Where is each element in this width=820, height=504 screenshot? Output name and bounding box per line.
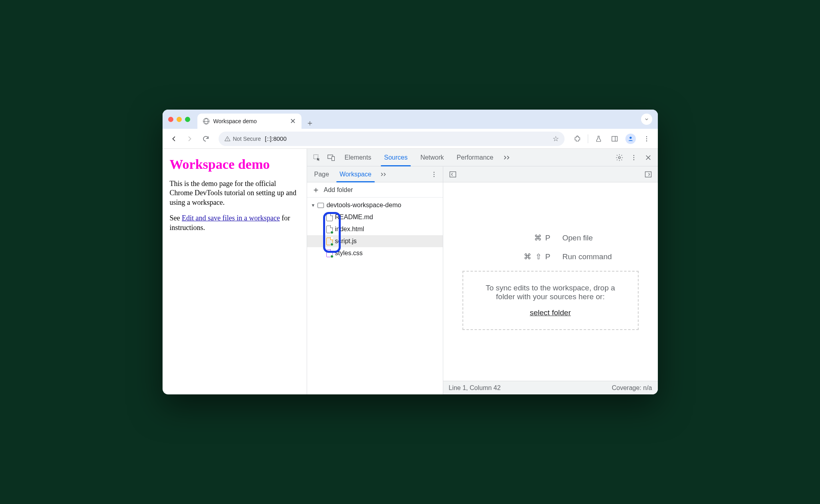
tree-file-script[interactable]: script.js: [307, 235, 443, 247]
tree-file-readme[interactable]: README.md: [307, 211, 443, 223]
tab-network[interactable]: Network: [415, 149, 450, 166]
subtab-workspace[interactable]: Workspace: [335, 166, 376, 182]
avatar: [625, 134, 636, 144]
workspace-dropzone[interactable]: To sync edits to the workspace, drop a f…: [462, 271, 639, 330]
inspect-icon: [313, 154, 321, 162]
svg-rect-10: [332, 156, 334, 160]
arrow-right-icon: [186, 135, 194, 143]
more-subtabs-button[interactable]: [377, 168, 390, 181]
puzzle-icon: [574, 135, 581, 142]
new-tab-button[interactable]: ＋: [304, 117, 316, 129]
chevrons-right-icon: [380, 172, 387, 177]
panel-right-icon: [644, 170, 652, 178]
dropzone-text: To sync edits to the workspace, drop a f…: [478, 284, 623, 301]
main-area: Workspace demo This is the demo page for…: [163, 149, 658, 394]
security-label: Not Secure: [233, 136, 261, 142]
navigator-menu-button[interactable]: [428, 168, 440, 181]
tutorial-link[interactable]: Edit and save files in a workspace: [182, 214, 280, 222]
show-navigator-button[interactable]: [446, 168, 459, 181]
browser-window: Workspace demo ✕ ＋ Not Secure [::]:8000: [163, 110, 658, 394]
add-folder-button[interactable]: ＋ Add folder: [307, 182, 443, 198]
extensions-button[interactable]: [570, 132, 585, 146]
add-folder-label: Add folder: [324, 186, 353, 194]
svg-point-1: [227, 140, 227, 140]
svg-point-16: [433, 174, 434, 174]
toolbar: Not Secure [::]:8000 ☆: [163, 129, 658, 149]
cursor-position: Line 1, Column 42: [449, 384, 501, 392]
svg-point-14: [633, 159, 634, 160]
tabs-dropdown-button[interactable]: [641, 114, 652, 125]
coverage-status: Coverage: n/a: [612, 384, 652, 392]
device-toolbar-button[interactable]: [325, 151, 338, 164]
show-debugger-button[interactable]: [642, 168, 655, 181]
maximize-window-button[interactable]: [185, 117, 190, 122]
plus-icon: ＋: [312, 184, 320, 195]
shortcut-label: Open file: [563, 234, 627, 242]
tree-file-styles[interactable]: styles.css: [307, 247, 443, 259]
file-label: README.md: [335, 214, 373, 221]
labs-button[interactable]: [591, 132, 606, 146]
inspect-element-button[interactable]: [310, 151, 323, 164]
synced-icon: [330, 231, 334, 234]
tab-title: Workspace demo: [213, 118, 257, 124]
page-paragraph-2: See Edit and save files in a workspace f…: [170, 214, 299, 232]
svg-point-13: [633, 157, 634, 158]
side-panel-button[interactable]: [607, 132, 622, 146]
svg-point-17: [433, 176, 434, 177]
file-icon: [326, 250, 333, 257]
bookmark-button[interactable]: ☆: [553, 134, 559, 143]
file-label: script.js: [335, 238, 357, 245]
more-tabs-button[interactable]: [500, 151, 513, 164]
flask-icon: [595, 135, 602, 142]
tree-file-index[interactable]: index.html: [307, 223, 443, 235]
devtools-content: Page Workspace ＋ Add folder: [307, 166, 658, 394]
back-button[interactable]: [167, 132, 181, 146]
gear-icon: [615, 154, 623, 162]
close-window-button[interactable]: [168, 117, 173, 122]
devtools-panel: Elements Sources Network Performance: [307, 149, 658, 394]
tab-performance[interactable]: Performance: [451, 149, 499, 166]
tab-sources[interactable]: Sources: [378, 149, 413, 166]
svg-rect-2: [612, 136, 617, 141]
panel-icon: [611, 135, 618, 142]
forward-button[interactable]: [183, 132, 197, 146]
security-status[interactable]: Not Secure: [224, 136, 261, 142]
browser-menu-button[interactable]: [639, 132, 654, 146]
subtab-page[interactable]: Page: [310, 166, 334, 182]
sources-navigator: Page Workspace ＋ Add folder: [307, 166, 443, 394]
address-bar[interactable]: Not Secure [::]:8000 ☆: [219, 132, 565, 146]
file-icon: [326, 238, 333, 245]
tree-folder[interactable]: ▼ devtools-workspace-demo: [307, 199, 443, 211]
synced-icon: [330, 255, 334, 258]
close-tab-icon[interactable]: ✕: [290, 117, 296, 126]
file-label: styles.css: [335, 250, 363, 257]
shortcut-keys: ⌘ ⇧ P: [507, 252, 551, 261]
page-heading: Workspace demo: [170, 157, 299, 172]
reload-icon: [202, 135, 209, 142]
select-folder-link[interactable]: select folder: [530, 308, 571, 317]
svg-rect-19: [645, 172, 651, 177]
page-paragraph-1: This is the demo page for the official C…: [170, 179, 299, 207]
file-icon: [326, 214, 333, 221]
file-tree: ▼ devtools-workspace-demo README.md inde…: [307, 198, 443, 394]
svg-point-5: [646, 136, 647, 137]
file-label: index.html: [335, 226, 364, 233]
close-devtools-button[interactable]: [642, 151, 655, 164]
navigator-tabs: Page Workspace: [307, 166, 443, 182]
expand-arrow-icon[interactable]: ▼: [311, 203, 316, 208]
person-icon: [627, 136, 634, 142]
profile-button[interactable]: [623, 132, 638, 146]
minimize-window-button[interactable]: [177, 117, 182, 122]
devtools-settings-button[interactable]: [613, 151, 626, 164]
svg-rect-18: [450, 172, 456, 177]
url-text: [::]:8000: [265, 135, 287, 142]
browser-tab[interactable]: Workspace demo ✕: [197, 114, 301, 129]
file-icon: [326, 226, 333, 233]
tab-actions: [641, 114, 652, 125]
tab-elements[interactable]: Elements: [339, 149, 377, 166]
reload-button[interactable]: [199, 132, 213, 146]
devtools-menu-button[interactable]: [627, 151, 640, 164]
shortcut-run-command: ⌘ ⇧ P Run command: [474, 252, 627, 261]
globe-icon: [203, 118, 209, 124]
warning-icon: [224, 136, 231, 142]
